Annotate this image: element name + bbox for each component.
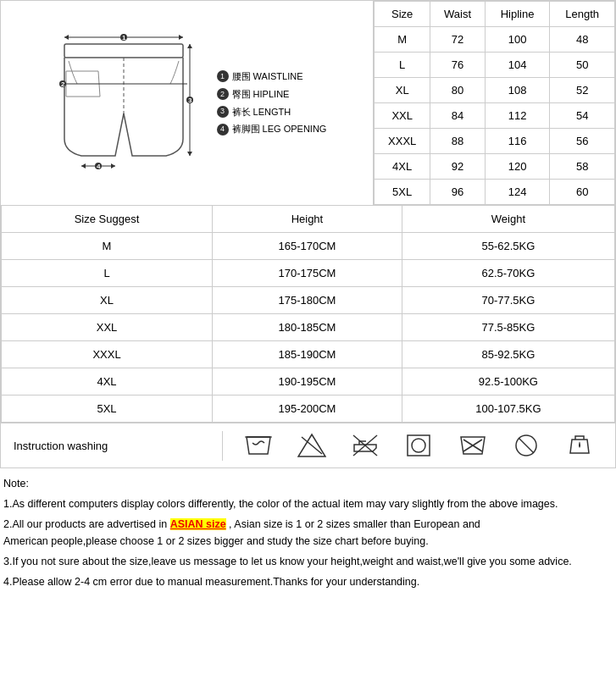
svg-marker-16 [111,163,115,169]
svg-text:2: 2 [61,80,65,88]
svg-marker-3 [179,35,183,40]
washing-label: Instruction washing [1,431,223,461]
suggest-col-size: Size Suggest [2,206,213,233]
hand-wash-icon [564,430,595,461]
suggest-col-weight: Weight [402,206,614,233]
svg-marker-10 [187,44,192,48]
legend-item-1: 1 腰围 WAISTLINE [217,68,327,86]
svg-text:1: 1 [122,34,126,41]
col-header-length: Length [550,2,615,27]
suggest-table-wrapper: Size Suggest Height Weight M165-170CM55-… [0,205,616,423]
size-table-row: 4XL9212058 [375,154,615,180]
notes-section: Note: 1.As different computers display c… [0,468,616,600]
diagram-area: 1 2 3 4 1 [1,1,374,205]
notes-title: Note: [3,475,613,492]
no-bleach-icon [297,430,327,461]
svg-marker-2 [64,35,69,40]
suggest-table-row: XXXL185-190CM85-92.5KG [2,341,615,368]
col-header-hipline: Hipline [485,2,550,27]
size-table-row: XL8010852 [375,78,615,103]
suggest-table: Size Suggest Height Weight M165-170CM55-… [1,205,615,423]
size-table-row: M7210048 [375,27,615,53]
legend-item-4: 4 裤脚围 LEG OPENING [217,120,327,138]
suggest-col-height: Height [213,206,402,233]
suggest-table-row: L170-175CM62.5-70KG [2,260,615,287]
no-dry-clean-icon [511,430,541,461]
suggest-table-row: XL175-180CM70-77.5KG [2,287,615,314]
size-table: Size Waist Hipline Length M7210048L76104… [374,1,615,205]
no-iron-icon [350,430,380,461]
size-table-row: L7610450 [375,53,615,78]
legend-item-3: 3 裤长 LENGTH [217,103,327,121]
svg-text:3: 3 [188,97,192,104]
svg-line-29 [519,438,534,453]
shorts-diagram: 1 2 3 4 [47,29,200,177]
suggest-table-row: 5XL195-200CM100-107.5KG [2,396,615,423]
size-table-row: XXXL8811656 [375,129,615,154]
size-table-area: Size Waist Hipline Length M7210048L76104… [374,1,615,205]
asian-size-highlight: ASIAN size [170,518,226,530]
legend-item-2: 2 臀围 HIPLINE [217,86,327,103]
svg-marker-11 [187,152,192,156]
note-2: 2.All our products are advertised in ASI… [3,516,613,550]
square-icon [403,430,434,461]
svg-point-25 [412,439,425,452]
size-table-row: XXL8411254 [375,103,615,129]
legend: 1 腰围 WAISTLINE 2 臀围 HIPLINE 3 裤长 LENGTH … [217,68,327,139]
suggest-table-row: M165-170CM55-62.5KG [2,233,615,260]
col-header-waist: Waist [430,2,485,27]
suggest-table-row: 4XL190-195CM92.5-100KG [2,368,615,396]
note-1: 1.As different computers display colors … [3,495,613,512]
washing-icons [223,423,615,467]
suggest-table-row: XXL180-185CM77.5-85KG [2,314,615,341]
svg-rect-0 [64,44,183,58]
wash-tub-icon [243,430,274,461]
size-table-row: 5XL9612460 [375,180,615,205]
top-section: 1 2 3 4 1 [0,0,616,205]
no-wash-icon [458,430,488,461]
note-3: 3.If you not sure about the size,leave u… [3,553,613,570]
svg-marker-15 [81,163,86,169]
col-header-size: Size [375,2,430,27]
svg-text:4: 4 [97,163,101,170]
washing-row: Instruction washing [0,423,616,468]
note-4: 4.Please allow 2-4 cm error due to manua… [3,573,613,590]
